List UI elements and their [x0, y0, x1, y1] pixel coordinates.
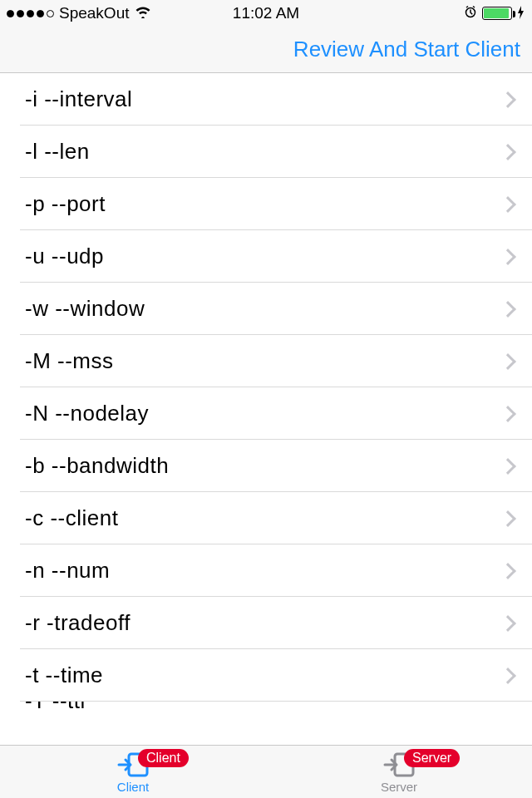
battery-icon: [482, 7, 512, 20]
carrier-label: SpeakOut: [59, 4, 130, 22]
chevron-right-icon: [500, 667, 516, 684]
signal-strength-icon: [7, 10, 54, 17]
tab-server[interactable]: Server Server: [266, 746, 532, 798]
list-item[interactable]: -r -tradeoff: [0, 597, 532, 649]
list-item[interactable]: -M --mss: [0, 335, 532, 387]
option-label: -T --ttl: [25, 702, 514, 714]
chevron-right-icon: [500, 91, 516, 108]
tab-server-label: Server: [381, 780, 417, 794]
option-label: -t --time: [25, 663, 502, 688]
list-item[interactable]: -i --interval: [0, 73, 532, 126]
chevron-right-icon: [500, 249, 516, 265]
chevron-right-icon: [500, 458, 516, 475]
status-bar: SpeakOut 11:02 AM: [0, 0, 532, 27]
list-item[interactable]: -p --port: [0, 178, 532, 230]
status-left: SpeakOut: [7, 4, 151, 22]
chevron-right-icon: [500, 196, 516, 213]
tab-client[interactable]: Client Client: [0, 746, 266, 798]
chevron-right-icon: [500, 406, 516, 422]
clock-label: 11:02 AM: [233, 4, 299, 22]
chevron-right-icon: [500, 615, 516, 632]
chevron-right-icon: [500, 563, 516, 579]
option-label: -c --client: [25, 505, 502, 531]
list-item[interactable]: -b --bandwidth: [0, 440, 532, 492]
charging-icon: [517, 6, 525, 22]
option-label: -l --len: [25, 139, 502, 165]
list-item[interactable]: -c --client: [0, 492, 532, 544]
list-item[interactable]: -t --time: [0, 649, 532, 702]
option-label: -N --nodelay: [25, 401, 502, 426]
option-label: -i --interval: [25, 86, 502, 112]
option-label: -p --port: [25, 191, 502, 217]
option-label: -w --window: [25, 296, 502, 322]
option-label: -M --mss: [25, 348, 502, 374]
options-list: -i --interval -l --len -p --port -u --ud…: [0, 73, 532, 725]
list-item[interactable]: -n --num: [0, 544, 532, 597]
list-item[interactable]: -w --window: [0, 283, 532, 335]
list-item[interactable]: -u --udp: [0, 230, 532, 283]
list-item[interactable]: -l --len: [0, 126, 532, 178]
chevron-right-icon: [500, 353, 516, 370]
wifi-icon: [135, 5, 151, 22]
list-item[interactable]: -N --nodelay: [0, 387, 532, 440]
chevron-right-icon: [500, 510, 516, 527]
option-label: -n --num: [25, 558, 502, 584]
list-item[interactable]: -T --ttl: [0, 702, 532, 725]
tab-server-badge: Server: [404, 749, 460, 767]
chevron-right-icon: [500, 301, 516, 318]
tab-client-badge: Client: [138, 749, 189, 767]
tab-bar: Client Client Server Server: [0, 745, 532, 798]
tab-client-label: Client: [117, 780, 149, 794]
option-label: -u --udp: [25, 244, 502, 269]
alarm-icon: [464, 5, 477, 22]
status-right: [464, 5, 525, 22]
navigation-bar: Review And Start Client: [0, 27, 532, 73]
option-label: -b --bandwidth: [25, 453, 502, 479]
review-start-client-button[interactable]: Review And Start Client: [293, 37, 520, 62]
option-label: -r -tradeoff: [25, 610, 502, 636]
chevron-right-icon: [500, 144, 516, 160]
